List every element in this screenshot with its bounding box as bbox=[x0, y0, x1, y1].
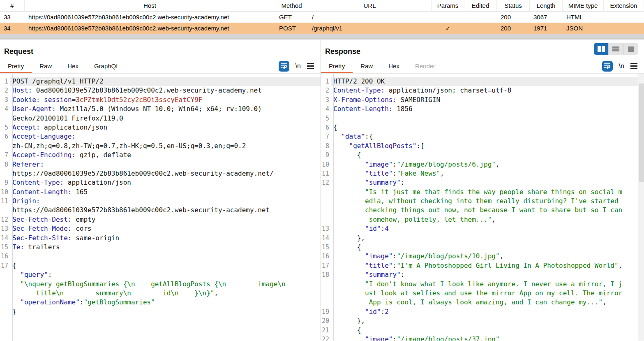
code-line: zh-CN,zh;q=0.8,zh-TW;q=0.7,zh-HK;q=0.5,e… bbox=[0, 142, 321, 151]
code-line: 9 { bbox=[321, 151, 644, 160]
code-line: App is cool, I always look amazing, and … bbox=[321, 298, 644, 307]
cell-status: 200 bbox=[497, 12, 530, 23]
request-tabbar: PrettyRawHexGraphQL \n bbox=[0, 59, 321, 74]
code-line: 12 "summary": bbox=[321, 178, 644, 187]
code-line: 5 bbox=[321, 114, 644, 123]
word-wrap-toggle-button[interactable] bbox=[279, 61, 289, 72]
column-header-host[interactable]: Host bbox=[25, 0, 275, 11]
cell-edited bbox=[464, 12, 497, 23]
cell--: 34 bbox=[0, 23, 25, 34]
hamburger-menu-icon[interactable] bbox=[630, 63, 637, 69]
hamburger-menu-icon[interactable] bbox=[307, 63, 314, 69]
line-number: 10 bbox=[0, 188, 10, 197]
tab-hex[interactable]: Hex bbox=[381, 59, 407, 73]
layout-single-button[interactable] bbox=[623, 43, 638, 55]
column-header-params[interactable]: Params bbox=[432, 0, 464, 11]
response-title: Response bbox=[325, 47, 639, 56]
code-line: somehow, politely, let them...", bbox=[321, 215, 644, 224]
line-number bbox=[321, 206, 331, 215]
code-line: 17{ bbox=[0, 261, 321, 270]
code-line-selected: 1POST /graphql/v1 HTTP/2 bbox=[0, 77, 321, 86]
tab-raw[interactable]: Raw bbox=[32, 59, 60, 73]
word-wrap-icon bbox=[603, 61, 611, 71]
line-number: 7 bbox=[0, 151, 10, 160]
code-line: 17 "title":"I'm A Photoshopped Girl Livi… bbox=[321, 261, 644, 270]
cell-mime-type: JSON bbox=[563, 23, 604, 34]
request-editor[interactable]: 1POST /graphql/v1 HTTP/22Host: 0ad800610… bbox=[0, 74, 321, 341]
code-line: 4Content-Length: 1856 bbox=[321, 104, 644, 114]
column-header-url[interactable]: URL bbox=[308, 0, 432, 11]
line-number bbox=[0, 298, 10, 307]
table-row-34[interactable]: 34https://0ad80061039e572b83b861eb009c00… bbox=[0, 23, 644, 34]
line-number: 11 bbox=[0, 197, 10, 206]
column-header-length[interactable]: Length bbox=[530, 0, 563, 11]
code-line: 19 "id":2 bbox=[321, 307, 644, 316]
column-header-edited[interactable]: Edited bbox=[464, 0, 497, 11]
line-number: 22 bbox=[321, 335, 331, 341]
line-number: 8 bbox=[321, 142, 331, 151]
cell-length: 3067 bbox=[530, 12, 563, 23]
show-newlines-button[interactable]: \n bbox=[295, 63, 301, 70]
code-line: 8 "getAllBlogPosts":[ bbox=[321, 142, 644, 151]
code-line: "\nquery getBlogSummaries {\n getAllBlog… bbox=[0, 280, 321, 289]
line-number bbox=[0, 270, 10, 279]
tab-pretty[interactable]: Pretty bbox=[0, 59, 32, 73]
cell-length: 1971 bbox=[530, 23, 563, 34]
tab-graphql[interactable]: GraphQL bbox=[86, 59, 127, 73]
cell-method: GET bbox=[275, 12, 308, 23]
line-number bbox=[0, 169, 10, 178]
code-line: 13 "id":4 bbox=[321, 224, 644, 233]
code-line: 3X-Frame-Options: SAMEORIGIN bbox=[321, 95, 644, 104]
code-line: 2Content-Type: application/json; charset… bbox=[321, 86, 644, 95]
line-number: 18 bbox=[321, 270, 331, 279]
request-editor-toolbar: \n bbox=[279, 59, 321, 73]
tab-hex[interactable]: Hex bbox=[60, 59, 86, 73]
code-line: 4User-Agent: Mozilla/5.0 (Windows NT 10.… bbox=[0, 104, 321, 114]
response-editor[interactable]: 1HTTP/2 200 OK2Content-Type: application… bbox=[321, 74, 644, 341]
line-number: 1 bbox=[321, 77, 331, 86]
code-line: 2Host: 0ad80061039e572b83b861eb009c00c2.… bbox=[0, 86, 321, 95]
code-line: Gecko/20100101 Firefox/119.0 bbox=[0, 114, 321, 123]
line-number: 6 bbox=[321, 123, 331, 132]
table-horizontal-scrollbar[interactable] bbox=[0, 34, 644, 39]
cell-host: https://0ad80061039e572b83b861eb009c00c2… bbox=[25, 12, 275, 23]
cell-extension bbox=[604, 12, 644, 23]
tab-raw[interactable]: Raw bbox=[353, 59, 381, 73]
tab-pretty[interactable]: Pretty bbox=[321, 59, 353, 73]
code-line: "operationName":"getBlogSummaries" bbox=[0, 298, 321, 307]
column-header-mime-type[interactable]: MIME type bbox=[563, 0, 604, 11]
layout-rows-button[interactable] bbox=[609, 43, 623, 55]
line-number: 11 bbox=[321, 169, 331, 178]
scrollbar-thumb[interactable] bbox=[639, 84, 644, 182]
code-line: checking things out now, not because I w… bbox=[321, 206, 644, 215]
layout-columns-button[interactable] bbox=[594, 43, 609, 55]
response-editor-toolbar: \n bbox=[602, 59, 644, 73]
line-number: 16 bbox=[0, 252, 10, 261]
show-newlines-button[interactable]: \n bbox=[619, 63, 624, 70]
line-number: 3 bbox=[0, 95, 10, 104]
vertical-scrollbar[interactable] bbox=[638, 74, 644, 341]
column-header--[interactable]: # bbox=[0, 0, 25, 11]
cell-params: ✓ bbox=[432, 23, 464, 34]
code-line: 9Content-Type: application/json bbox=[0, 178, 321, 187]
cell-host: https://0ad80061039e572b83b861eb009c00c2… bbox=[25, 23, 275, 34]
column-header-status[interactable]: Status bbox=[497, 0, 530, 11]
line-number bbox=[321, 280, 331, 289]
column-header-method[interactable]: Method bbox=[275, 0, 308, 11]
tab-render[interactable]: Render bbox=[407, 59, 443, 73]
word-wrap-toggle-button[interactable] bbox=[602, 61, 613, 72]
line-number: 19 bbox=[321, 307, 331, 316]
column-header-extension[interactable]: Extension bbox=[604, 0, 644, 11]
table-row-33[interactable]: 33https://0ad80061039e572b83b861eb009c00… bbox=[0, 12, 644, 23]
table-header-row: #HostMethodURLParamsEditedStatusLengthMI… bbox=[0, 0, 644, 12]
code-line: 16 "image":"/image/blog/posts/10.jpg", bbox=[321, 252, 644, 261]
line-number: 5 bbox=[0, 123, 10, 132]
code-line: 21 { bbox=[321, 326, 644, 335]
line-number: 17 bbox=[321, 261, 331, 270]
code-line: 8Referer: bbox=[0, 160, 321, 169]
response-tabbar: PrettyRawHexRender \n bbox=[321, 59, 644, 74]
line-number bbox=[0, 114, 10, 123]
word-wrap-icon bbox=[280, 61, 288, 71]
code-line: https://0ad80061039e572b83b861eb009c00c2… bbox=[0, 206, 321, 215]
code-line: 3Cookie: session=3cPZtmklDdt52cy2cBOi3ss… bbox=[0, 95, 321, 104]
